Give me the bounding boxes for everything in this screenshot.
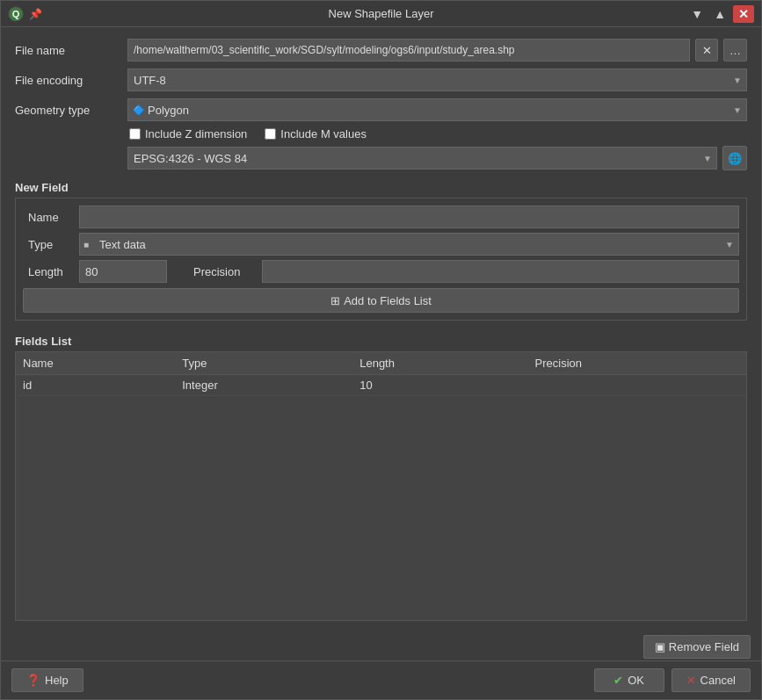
svg-text:Q: Q [12,9,20,19]
fields-table-body: id Integer 10 [16,375,746,396]
col-precision-header: Precision [528,352,746,375]
remove-field-label: Remove Field [669,640,739,653]
include-m-text: Include M values [280,127,366,141]
include-z-text: Include Z dimension [145,127,247,141]
fields-list-header: Fields List [15,335,747,348]
file-name-clear-button[interactable]: ✕ [695,39,718,61]
ok-label: OK [628,674,644,687]
file-name-label: File name [15,44,120,57]
window-title: New Shapefile Layer [329,7,434,20]
cancel-icon: ✕ [686,674,696,687]
restore-button[interactable]: ▲ [710,5,729,23]
main-content: File name ✕ … File encoding UTF-8 UTF-16… [1,27,761,631]
field-type-row: Type Text data Whole number (integer) De… [23,233,739,256]
row-length: 10 [352,375,527,396]
help-icon: ❓ [26,674,40,687]
add-to-fields-button[interactable]: ⊞ Add to Fields List [23,288,739,313]
field-precision-input[interactable] [262,260,739,283]
crs-combo-wrapper: EPSG:4326 - WGS 84 EPSG:3857 - WGS 84 / … [127,147,717,170]
remove-field-area: ▣ Remove Field [1,631,761,660]
file-encoding-select[interactable]: UTF-8 UTF-16 ASCII ISO-8859-1 [127,69,747,91]
geometry-type-select[interactable]: Polygon Point Line MultiPolygon MultiPoi… [127,98,747,121]
remove-field-icon: ▣ [655,640,665,653]
cancel-button[interactable]: ✕ Cancel [671,668,751,692]
field-length-label: Length [23,263,76,281]
help-label: Help [45,674,69,687]
field-length-prec-row: Length Precision [23,260,739,283]
field-precision-label: Precision [188,263,258,281]
include-m-label[interactable]: Include M values [265,127,366,141]
file-name-browse-button[interactable]: … [723,39,747,61]
ok-icon: ✔ [613,674,623,687]
clear-icon: ✕ [702,44,712,57]
add-to-fields-label: Add to Fields List [344,294,432,307]
crs-select[interactable]: EPSG:4326 - WGS 84 EPSG:3857 - WGS 84 / … [127,147,717,170]
fields-list-section: Fields List Name Type Length Precision i… [15,329,747,621]
crs-row: EPSG:4326 - WGS 84 EPSG:3857 - WGS 84 / … [15,146,747,170]
ok-button[interactable]: ✔ OK [594,668,664,692]
pin-icon: 📌 [29,8,42,20]
new-field-container: Name Type Text data Whole number (intege… [15,198,747,321]
titlebar-controls: ▼ ▲ ✕ [687,5,754,23]
row-type: Integer [175,375,352,396]
fields-table-wrapper: Name Type Length Precision id Integer 10 [15,351,747,621]
geometry-type-label: Geometry type [15,104,120,117]
fields-table: Name Type Length Precision id Integer 10 [16,352,746,396]
fields-table-header: Name Type Length Precision [16,352,746,375]
dimensions-row: Include Z dimension Include M values [129,127,747,141]
titlebar: Q 📌 New Shapefile Layer ▼ ▲ ✕ [1,1,761,27]
geometry-type-row: Geometry type Polygon Point Line MultiPo… [15,97,747,122]
new-field-section: New Field Name Type Text data Whole numb… [15,176,747,321]
footer-right: ✔ OK ✕ Cancel [594,668,751,692]
minimize-button[interactable]: ▼ [687,5,707,23]
titlebar-left: Q 📌 [8,6,42,22]
col-length-header: Length [352,352,527,375]
field-type-label: Type [23,235,76,254]
include-m-checkbox[interactable] [265,128,276,140]
crs-globe-button[interactable]: 🌐 [722,146,747,170]
col-type-header: Type [175,352,352,375]
field-type-combo-wrapper: Text data Whole number (integer) Decimal… [79,233,739,256]
file-encoding-combo-wrapper: UTF-8 UTF-16 ASCII ISO-8859-1 ▼ [127,69,747,91]
field-type-select[interactable]: Text data Whole number (integer) Decimal… [79,233,739,256]
include-z-label[interactable]: Include Z dimension [129,127,247,141]
cancel-label: Cancel [700,674,736,687]
footer: ❓ Help ✔ OK ✕ Cancel [1,660,761,699]
qgis-logo-icon: Q [8,6,24,22]
row-name: id [16,375,175,396]
file-name-input[interactable] [127,39,690,61]
file-encoding-row: File encoding UTF-8 UTF-16 ASCII ISO-885… [15,68,747,92]
table-row[interactable]: id Integer 10 [16,375,746,396]
fields-header-row: Name Type Length Precision [16,352,746,375]
geometry-type-combo-wrapper: Polygon Point Line MultiPolygon MultiPoi… [127,98,747,121]
field-name-row: Name [23,206,739,228]
main-window: Q 📌 New Shapefile Layer ▼ ▲ ✕ File name … [0,0,762,700]
close-button[interactable]: ✕ [733,5,754,23]
field-length-input[interactable] [79,260,167,283]
file-encoding-label: File encoding [15,74,120,87]
field-name-input[interactable] [79,206,739,228]
field-name-label: Name [23,208,76,227]
new-field-header: New Field [15,181,747,194]
globe-icon: 🌐 [728,152,742,165]
col-name-header: Name [16,352,175,375]
file-name-control: ✕ … [127,39,747,61]
help-button[interactable]: ❓ Help [11,668,83,692]
file-name-row: File name ✕ … [15,38,747,62]
remove-field-button[interactable]: ▣ Remove Field [643,635,751,659]
row-precision [528,375,746,396]
add-field-icon: ⊞ [330,294,340,307]
include-z-checkbox[interactable] [129,128,141,140]
browse-icon: … [729,44,741,57]
